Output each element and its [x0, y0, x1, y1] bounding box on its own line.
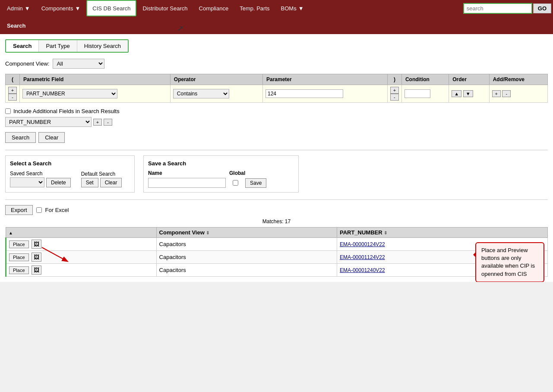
additional-field-select[interactable]: PART_NUMBER DESCRIPTION — [5, 117, 92, 127]
search-row: + - PART_NUMBER DESCRIPTION MANUFACTURER… — [6, 85, 548, 103]
order-cell: ▲ ▼ — [449, 85, 489, 103]
global-search: GO — [463, 3, 551, 14]
preview-button-2[interactable]: 🖼 — [32, 253, 41, 262]
preview-button-3[interactable]: 🖼 — [32, 266, 41, 275]
condition-input[interactable] — [404, 89, 430, 98]
part-number-cell-2: EMA-00001124V22 Place and Preview button… — [337, 251, 547, 264]
include-additional-fields-checkbox[interactable] — [5, 108, 11, 114]
add-row-button[interactable]: + — [492, 90, 501, 97]
global-search-go-button[interactable]: GO — [533, 3, 551, 13]
divider-1 — [5, 150, 548, 150]
order-up-button[interactable]: ▲ — [452, 90, 461, 97]
saved-search-select[interactable] — [10, 177, 44, 187]
results-table: Component View ⇕ PART_NUMBER ⇕ Place � — [5, 227, 548, 277]
set-default-button[interactable]: Set — [81, 178, 98, 187]
col-parameter: Parameter — [262, 74, 387, 85]
callout-text: Place and Preview buttons are only avail… — [475, 242, 544, 282]
for-excel-checkbox[interactable] — [36, 207, 42, 213]
page-title: Search — [7, 22, 25, 29]
nav-item-distributor-search[interactable]: Distributor Search — [137, 0, 193, 16]
part-number-link-1[interactable]: EMA-00000124V22 — [340, 241, 385, 247]
open-paren-add-button[interactable]: + — [8, 87, 17, 94]
close-paren-remove-button[interactable]: - — [390, 94, 399, 101]
tab-history-search[interactable]: History Search — [77, 40, 128, 52]
save-search-button[interactable]: Save — [245, 178, 266, 188]
select-search-panel: Select a Search Saved Search Delete Defa… — [5, 155, 135, 193]
parameter-cell — [262, 85, 387, 103]
nav-item-cis-db-search[interactable]: CIS DB Search — [86, 0, 136, 16]
top-navigation: Admin ▼ Components ▼ CIS DB Search Distr… — [0, 0, 553, 16]
divider-2 — [5, 199, 548, 200]
dropdown-arrow-icon: ▼ — [75, 5, 80, 12]
image-icon: 🖼 — [34, 241, 39, 247]
image-icon: 🖼 — [34, 267, 39, 273]
place-button-2[interactable]: Place — [9, 253, 29, 261]
sort-arrows-icon: ⇕ — [206, 231, 209, 235]
result-actions-cell-2: Place 🖼 — [6, 251, 157, 264]
operator-select[interactable]: Contains Equals Starts With Ends With — [173, 89, 229, 98]
save-name-label: Name — [148, 170, 226, 176]
nav-item-components[interactable]: Components ▼ — [36, 0, 86, 16]
matches-count: Matches: 17 — [5, 218, 548, 224]
save-search-name-input[interactable] — [148, 178, 226, 188]
component-view-row: Component View: All Capacitors Resistors… — [5, 59, 548, 69]
order-down-button[interactable]: ▼ — [463, 90, 473, 97]
nav-item-boms[interactable]: BOMs ▼ — [276, 0, 309, 16]
result-actions-cell-3: Place 🖼 — [6, 264, 157, 277]
col-header-part-number[interactable]: PART_NUMBER ⇕ — [337, 228, 547, 238]
table-row: Place 🖼 Capacitors EMA-00001124V22 — [6, 251, 548, 264]
page-header: Search — [0, 16, 553, 34]
saved-search-group: Saved Search Delete — [10, 170, 71, 187]
additional-fields-row: PART_NUMBER DESCRIPTION + - — [5, 117, 548, 127]
export-button[interactable]: Export — [5, 205, 33, 215]
col-header-component-view[interactable]: Component View ⇕ — [156, 228, 337, 238]
saved-search-label: Saved Search — [10, 171, 42, 177]
global-search-input[interactable] — [463, 3, 532, 14]
open-paren-remove-button[interactable]: - — [8, 94, 17, 101]
component-view-cell-3: Capacitors — [156, 264, 337, 277]
additional-field-remove-button[interactable]: - — [104, 119, 112, 126]
save-search-inputs: Save — [148, 178, 294, 188]
part-number-link-2[interactable]: EMA-00001124V22 — [340, 254, 385, 260]
save-global-checkbox[interactable] — [233, 180, 238, 186]
tab-search[interactable]: Search — [6, 40, 39, 52]
nav-item-temp-parts[interactable]: Temp. Parts — [234, 0, 275, 16]
parameter-input[interactable] — [265, 89, 343, 98]
table-row: Place 🖼 Capacitors EMA-00000124V22 — [6, 238, 548, 251]
condition-cell — [401, 85, 449, 103]
result-actions-cell-1: Place 🖼 — [6, 238, 157, 251]
select-search-title: Select a Search — [10, 160, 130, 167]
remove-row-button[interactable]: - — [502, 90, 511, 97]
nav-item-admin[interactable]: Admin ▼ — [2, 0, 35, 16]
nav-item-compliance[interactable]: Compliance — [194, 0, 234, 16]
close-paren-add-button[interactable]: + — [390, 87, 399, 94]
tab-bar: Search Part Type History Search — [5, 39, 129, 53]
tab-part-type[interactable]: Part Type — [39, 40, 77, 52]
col-close-paren: ) — [387, 74, 401, 85]
select-search-row: Saved Search Delete Default Search Set — [10, 170, 130, 187]
default-search-group: Default Search Set Clear — [81, 171, 122, 187]
clear-default-button[interactable]: Clear — [100, 178, 122, 187]
main-content: Search Part Type History Search Componen… — [0, 34, 553, 282]
place-button-3[interactable]: Place — [9, 266, 29, 274]
delete-search-button[interactable]: Delete — [46, 178, 71, 187]
additional-field-add-button[interactable]: + — [93, 119, 102, 126]
open-paren-cell: + - — [6, 85, 20, 103]
results-section: Component View ⇕ PART_NUMBER ⇕ Place � — [5, 227, 548, 277]
for-excel-label: For Excel — [45, 207, 69, 213]
component-view-select[interactable]: All Capacitors Resistors ICs — [53, 59, 104, 69]
dropdown-arrow-icon: ▼ — [298, 5, 304, 12]
col-header-actions[interactable] — [6, 228, 157, 238]
save-global-label: Global — [229, 170, 245, 176]
parametric-field-select[interactable]: PART_NUMBER DESCRIPTION MANUFACTURER — [22, 89, 117, 98]
clear-button[interactable]: Clear — [38, 132, 65, 143]
place-button-1[interactable]: Place — [9, 240, 29, 248]
col-operator: Operator — [170, 74, 262, 85]
col-open-paren: ( — [6, 74, 20, 85]
search-button[interactable]: Search — [5, 132, 36, 143]
preview-button-1[interactable]: 🖼 — [32, 240, 41, 249]
col-order: Order — [449, 74, 489, 85]
col-parametric-field: Parametric Field — [20, 74, 171, 85]
save-search-panel: Save a Search Name Global Save — [143, 155, 299, 193]
part-number-link-3[interactable]: EMA-00001240V22 — [340, 267, 385, 273]
